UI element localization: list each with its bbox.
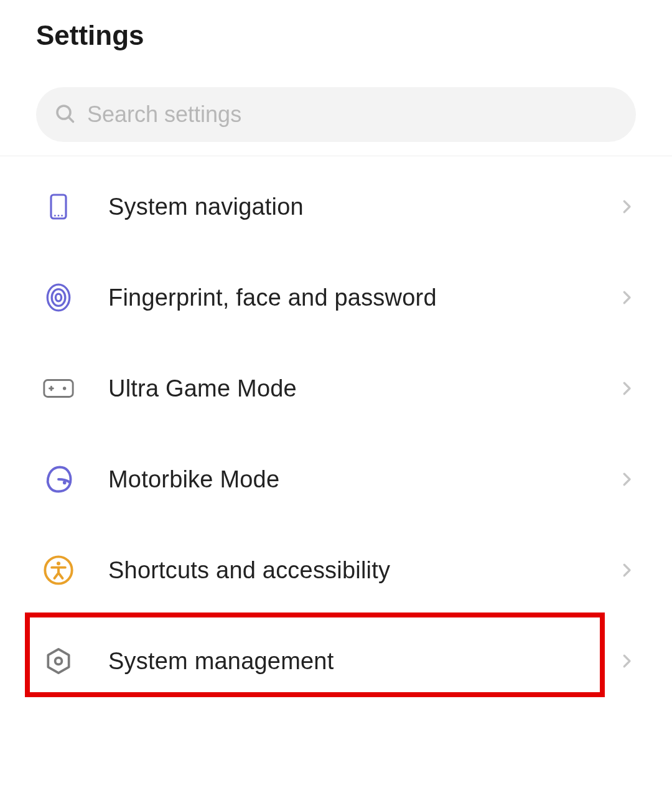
svg-point-12 [63, 387, 66, 390]
svg-line-1 [68, 117, 73, 121]
svg-point-8 [55, 294, 61, 301]
item-label: Shortcuts and accessibility [108, 557, 617, 584]
chevron-right-icon [617, 197, 636, 216]
search-icon [54, 102, 76, 127]
helmet-icon [41, 462, 76, 497]
settings-list: System navigation Fingerprint, face and … [0, 161, 672, 706]
item-motorbike-mode[interactable]: Motorbike Mode [0, 434, 672, 525]
chevron-right-icon [617, 470, 636, 489]
svg-rect-9 [44, 380, 73, 397]
item-ultra-game-mode[interactable]: Ultra Game Mode [0, 343, 672, 434]
item-label: Fingerprint, face and password [108, 284, 617, 311]
search-input[interactable] [87, 101, 618, 128]
svg-point-21 [55, 658, 62, 665]
item-label: Motorbike Mode [108, 466, 617, 493]
chevron-right-icon [617, 561, 636, 580]
header-divider [0, 156, 672, 156]
svg-point-15 [57, 561, 60, 565]
item-label: System navigation [108, 194, 617, 220]
item-label: Ultra Game Mode [108, 375, 617, 402]
chevron-right-icon [617, 652, 636, 670]
accessibility-icon [41, 553, 76, 588]
search-container [36, 87, 636, 142]
page-title: Settings [0, 0, 672, 51]
item-shortcuts-accessibility[interactable]: Shortcuts and accessibility [0, 525, 672, 616]
gear-icon [41, 644, 76, 678]
svg-point-5 [61, 215, 63, 217]
svg-marker-20 [48, 649, 68, 673]
fingerprint-icon [41, 280, 76, 315]
chevron-right-icon [617, 288, 636, 307]
svg-point-13 [63, 481, 67, 485]
svg-point-7 [52, 289, 65, 306]
item-system-management[interactable]: System management [0, 616, 672, 706]
svg-point-3 [54, 215, 56, 217]
item-label: System management [108, 648, 617, 675]
svg-point-4 [58, 215, 60, 217]
chevron-right-icon [617, 379, 636, 398]
item-fingerprint-face-password[interactable]: Fingerprint, face and password [0, 252, 672, 343]
svg-line-19 [58, 573, 63, 578]
gamepad-icon [41, 371, 76, 406]
phone-icon [41, 189, 76, 224]
search-box[interactable] [36, 87, 636, 142]
item-system-navigation[interactable]: System navigation [0, 161, 672, 252]
